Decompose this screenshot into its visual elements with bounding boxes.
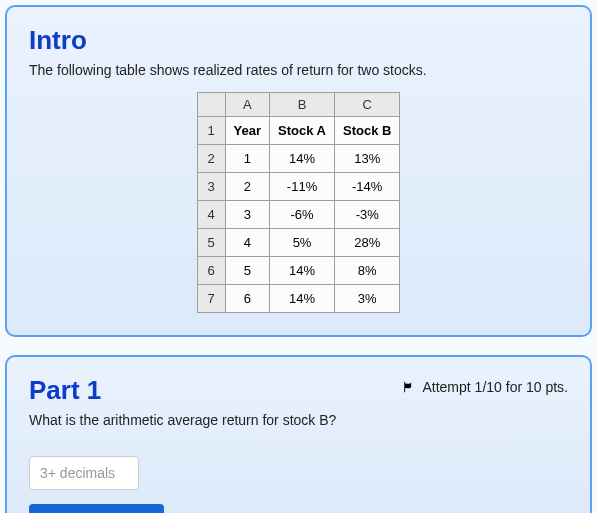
col-head-b: B [270,93,335,117]
cell-stock-b: 8% [335,257,400,285]
returns-table: A B C 1 Year Stock A Stock B 2 1 14% 13%… [197,92,401,313]
table-row: 3 2 -11% -14% [197,173,400,201]
row-head: 6 [197,257,225,285]
cell-stock-b: -3% [335,201,400,229]
col-head-a: A [225,93,269,117]
row-head: 4 [197,201,225,229]
cell-year: 1 [225,145,269,173]
header-stock-a: Stock A [270,117,335,145]
table-row: 5 4 5% 28% [197,229,400,257]
part1-card: Part 1 Attempt 1/10 for 10 pts. What is … [5,355,592,513]
table-row: 2 1 14% 13% [197,145,400,173]
table-corner [197,93,225,117]
header-year: Year [225,117,269,145]
table-row: 7 6 14% 3% [197,285,400,313]
row-head: 2 [197,145,225,173]
cell-stock-a: 5% [270,229,335,257]
cell-stock-b: 3% [335,285,400,313]
cell-stock-b: -14% [335,173,400,201]
col-head-c: C [335,93,400,117]
cell-stock-a: -6% [270,201,335,229]
header-stock-b: Stock B [335,117,400,145]
cell-stock-a: 14% [270,145,335,173]
part1-question: What is the arithmetic average return fo… [29,412,568,428]
intro-card: Intro The following table shows realized… [5,5,592,337]
attempt-text: Attempt 1/10 for 10 pts. [422,379,568,395]
flag-icon [402,381,414,393]
cell-stock-b: 28% [335,229,400,257]
intro-title: Intro [29,25,568,56]
row-head: 1 [197,117,225,145]
row-head: 3 [197,173,225,201]
cell-stock-a: 14% [270,257,335,285]
cell-year: 2 [225,173,269,201]
submit-button[interactable] [29,504,164,513]
cell-year: 5 [225,257,269,285]
cell-year: 6 [225,285,269,313]
intro-desc: The following table shows realized rates… [29,62,568,78]
part1-title: Part 1 [29,375,101,406]
answer-input[interactable] [29,456,139,490]
cell-stock-a: -11% [270,173,335,201]
table-row: 4 3 -6% -3% [197,201,400,229]
row-head: 5 [197,229,225,257]
cell-year: 4 [225,229,269,257]
row-head: 7 [197,285,225,313]
cell-year: 3 [225,201,269,229]
attempt-info: Attempt 1/10 for 10 pts. [402,379,568,395]
cell-stock-b: 13% [335,145,400,173]
cell-stock-a: 14% [270,285,335,313]
table-row: 6 5 14% 8% [197,257,400,285]
